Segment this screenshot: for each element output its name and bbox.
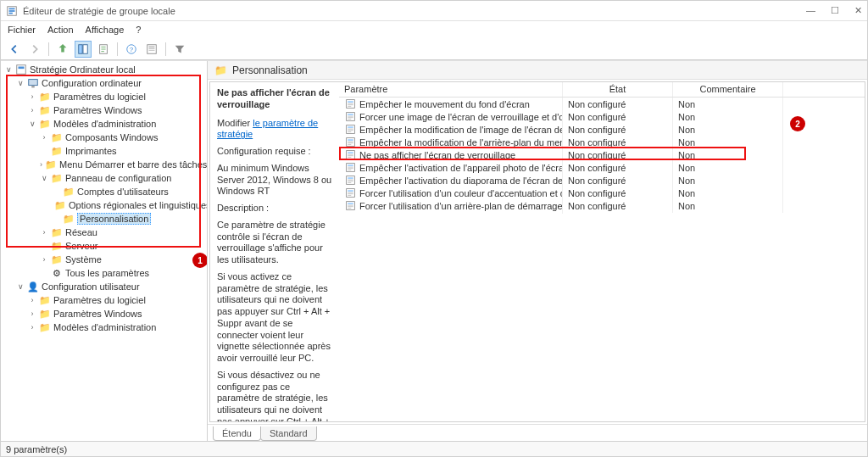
tree-admin-templates[interactable]: ∨📁Modèles d'administration [28,117,207,131]
tab-standard[interactable]: Standard [260,426,317,441]
tree-start-taskbar[interactable]: ›📁Menu Démarrer et barre des tâches [40,158,207,171]
tree-label: Serveur [65,241,98,251]
svg-rect-30 [348,130,353,131]
tree-label: Composants Windows [65,132,158,142]
menu-action[interactable]: Action [47,25,74,35]
window-title: Éditeur de stratégie de groupe locale [23,6,175,16]
tree-panel[interactable]: ∨ Stratégie Ordinateur local ∨ Configura… [1,61,208,441]
svg-rect-39 [348,154,353,155]
svg-rect-38 [348,152,353,153]
tree-label: Paramètres du logiciel [53,295,146,305]
row-state: Non configuré [563,148,673,162]
col-parameter[interactable]: Paramètre [339,82,563,97]
tree-root[interactable]: ∨ Stratégie Ordinateur local [4,63,207,76]
tree-label: Stratégie Ordinateur local [30,64,136,75]
tree-control-panel[interactable]: ∨📁Panneau de configuration [40,171,207,185]
close-button[interactable]: ✕ [854,5,862,16]
svg-rect-58 [348,203,353,204]
policy-tree[interactable]: ∨ Stratégie Ordinateur local ∨ Configura… [3,63,207,334]
folder-icon: 📁 [214,64,227,76]
svg-rect-54 [348,192,353,193]
tree-u-windows[interactable]: ›📁Paramètres Windows [28,307,207,320]
svg-rect-12 [149,49,155,50]
folder-icon: 📁 [63,187,75,198]
window-controls: — ☐ ✕ [806,5,862,16]
row-comment: Non [673,123,783,137]
help-button[interactable]: ? [123,41,140,58]
tree-u-software[interactable]: ›📁Paramètres du logiciel [28,293,207,307]
tree-u-admin[interactable]: ›📁Modèles d'administration [28,320,207,334]
detail-modify: Modifier le paramètre de stratégie [217,118,332,142]
svg-rect-24 [348,116,353,117]
minimize-button[interactable]: — [806,5,815,16]
tree-windows-components[interactable]: ›📁Composants Windows [40,131,207,144]
tree-server[interactable]: 📁Serveur [40,239,207,253]
menu-bar: Fichier Action Affichage ? [1,21,867,38]
tree-software-settings[interactable]: ›📁Paramètres du logiciel [28,90,207,103]
tree-all-settings[interactable]: ⚙Tous les paramètres [40,266,207,280]
tree-user-accounts[interactable]: 📁Comptes d'utilisateurs [52,185,207,198]
tree-windows-settings[interactable]: ›📁Paramètres Windows [28,103,207,117]
up-button[interactable] [54,41,71,58]
tree-system[interactable]: ›📁Système [40,253,207,266]
svg-rect-40 [348,155,353,156]
forward-button[interactable] [26,41,43,58]
settings-list[interactable]: Paramètre État Commentaire Empêcher le m… [339,82,865,421]
show-hide-tree-button[interactable] [75,41,92,58]
list-header: Paramètre État Commentaire [339,82,865,98]
list-row[interactable]: Forcer l'utilisation d'un arrière-plan d… [339,199,865,212]
back-button[interactable] [6,41,23,58]
menu-file[interactable]: Fichier [8,25,36,35]
detail-desc-p2: Si vous activez ce paramètre de stratégi… [217,271,332,365]
svg-rect-43 [348,164,353,166]
list-rows: Empêcher le mouvement du fond d'écranNon… [339,98,865,421]
maximize-button[interactable]: ☐ [831,5,839,16]
properties-button[interactable] [143,41,160,58]
tree-label: Menu Démarrer et barre des tâches [59,159,207,170]
svg-rect-19 [348,103,353,104]
menu-view[interactable]: Affichage [86,25,125,35]
export-button[interactable] [95,41,112,58]
policy-setting-icon [344,162,356,174]
tree-computer-config[interactable]: ∨ Configuration ordinateur [16,76,207,90]
toolbar-separator-3 [165,42,166,56]
svg-rect-3 [9,12,13,14]
tree-printers[interactable]: 📁Imprimantes [40,144,207,158]
filter-button[interactable] [171,41,188,58]
svg-rect-4 [79,44,82,53]
menu-help[interactable]: ? [136,25,141,35]
tree-regional-lang[interactable]: 📁Options régionales et linguistiques [52,198,207,212]
svg-rect-16 [31,86,35,88]
tree-personalization[interactable]: 📁Personnalisation [52,212,207,226]
tree-label: Comptes d'utilisateurs [77,187,169,197]
tree-network[interactable]: ›📁Réseau [40,226,207,239]
svg-rect-20 [348,104,353,105]
tree-label: Options régionales et linguistiques [69,200,208,210]
tree-label: Paramètres Windows [53,105,142,115]
folder-icon: 📁 [39,119,51,130]
tree-label: Paramètres Windows [53,309,142,319]
svg-rect-36 [348,144,351,145]
svg-rect-29 [348,129,353,130]
svg-rect-25 [348,117,353,118]
folder-icon: 📁 [51,146,63,157]
col-comment[interactable]: Commentaire [673,82,783,97]
tab-extended[interactable]: Étendu [213,426,261,441]
col-state[interactable]: État [563,82,673,97]
policy-icon [15,64,27,75]
detail-desc-p3: Si vous désactivez ou ne configurez pas … [217,370,332,421]
svg-rect-15 [29,80,38,86]
svg-rect-44 [348,167,353,168]
row-state: Non configuré [563,199,673,213]
folder-icon: 📁 [39,309,51,320]
right-panel-body: Ne pas afficher l'écran de verrouillage … [209,81,865,422]
tree-user-config[interactable]: ∨👤Configuration utilisateur [16,280,207,293]
svg-text:?: ? [130,45,134,53]
svg-rect-50 [348,181,353,181]
folder-icon: 📁 [39,322,51,333]
svg-rect-5 [83,44,87,53]
policy-setting-icon [344,137,356,148]
tree-label: Paramètres du logiciel [53,92,146,102]
row-state: Non configuré [563,136,673,149]
right-panel-title: Personnalisation [232,64,308,76]
